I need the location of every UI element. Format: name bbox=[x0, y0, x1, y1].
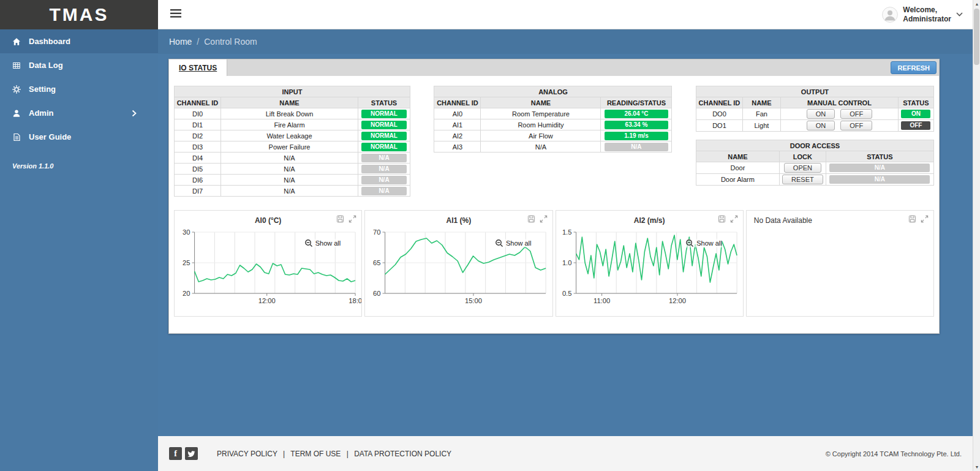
channel-id-cell: AI2 bbox=[434, 130, 481, 141]
sidebar-item-dashboard[interactable]: Dashboard bbox=[0, 29, 158, 53]
name-cell: Lift Break Down bbox=[221, 108, 358, 119]
expand-chart-icon[interactable] bbox=[921, 215, 929, 223]
breadcrumb-current: Control Room bbox=[204, 37, 257, 47]
save-chart-icon[interactable] bbox=[908, 215, 916, 223]
svg-text:1.5: 1.5 bbox=[562, 228, 571, 236]
name-cell: Fan bbox=[742, 108, 780, 120]
name-cell: Water Leakage bbox=[221, 130, 358, 141]
user-menu[interactable]: Welcome, Administrator bbox=[882, 6, 963, 24]
data-protection-policy-link[interactable]: DATA PROTECTION POLICY bbox=[354, 450, 451, 458]
scroll-up-arrow[interactable]: ▲ bbox=[973, 0, 980, 8]
chart-ai1-card: AI1 (%) Show all 70656015:00 bbox=[364, 210, 552, 317]
on-button[interactable]: ON bbox=[807, 109, 835, 119]
user-icon bbox=[12, 109, 22, 118]
sidebar: TMAS Dashboard Data Log Setting bbox=[0, 0, 158, 471]
sidebar-item-admin[interactable]: Admin bbox=[0, 101, 158, 125]
welcome-text: Welcome, Administrator bbox=[903, 6, 951, 24]
term-of-use-link[interactable]: TERM OF USE bbox=[290, 450, 341, 458]
table-row: Door OPEN N/A bbox=[696, 162, 933, 174]
scrollbar-thumb[interactable] bbox=[974, 9, 979, 65]
scroll-down-arrow[interactable]: ▼ bbox=[973, 463, 980, 471]
table-row: DI2Water LeakageNORMAL bbox=[175, 130, 410, 141]
svg-text:70: 70 bbox=[373, 228, 380, 236]
vertical-scrollbar[interactable]: ▲ ▼ bbox=[973, 0, 980, 471]
table-row: DO1 Light ON OFF OFF bbox=[696, 120, 933, 132]
panel-body: INPUT CHANNEL ID NAME STATUS DI0Lift Bre… bbox=[168, 76, 940, 334]
save-chart-icon[interactable] bbox=[718, 215, 726, 223]
reading-badge: 1.19 m/s bbox=[605, 132, 668, 140]
avatar bbox=[882, 7, 898, 23]
chart-ai0-card: AI0 (°C) Show all 30252012:0018:0 bbox=[174, 210, 362, 317]
reading-badge: 63.34 % bbox=[605, 121, 668, 129]
off-button[interactable]: OFF bbox=[840, 109, 872, 119]
reading-badge: 26.04 °C bbox=[605, 110, 668, 118]
status-badge: N/A bbox=[361, 165, 407, 173]
output-table-title: OUTPUT bbox=[696, 86, 933, 97]
status-badge: N/A bbox=[829, 175, 930, 184]
sidebar-item-label: Dashboard bbox=[29, 37, 70, 46]
table-row: DI0Lift Break DownNORMAL bbox=[175, 108, 410, 119]
refresh-button[interactable]: REFRESH bbox=[891, 61, 937, 74]
expand-chart-icon[interactable] bbox=[540, 215, 548, 223]
name-cell: Door Alarm bbox=[696, 174, 779, 186]
sidebar-item-data-log[interactable]: Data Log bbox=[0, 53, 158, 77]
name-cell: Fire Alarm bbox=[221, 119, 358, 130]
expand-chart-icon[interactable] bbox=[349, 215, 356, 223]
breadcrumb: Home / Control Room bbox=[158, 29, 973, 54]
open-door-button[interactable]: OPEN bbox=[784, 163, 821, 173]
chart-title: AI0 (°C) bbox=[175, 211, 361, 225]
name-cell: Room Humidity bbox=[481, 119, 601, 130]
sidebar-nav: Dashboard Data Log Setting Admin bbox=[0, 29, 158, 149]
svg-text:20: 20 bbox=[183, 290, 190, 297]
table-row: AI0Room Temperature26.04 °C bbox=[434, 108, 672, 119]
name-cell: Power Failure bbox=[221, 141, 358, 153]
reset-alarm-button[interactable]: RESET bbox=[782, 175, 823, 184]
facebook-icon[interactable]: f bbox=[169, 447, 182, 460]
copyright-text: © Copyright 2014 TCAM Technology Pte. Lt… bbox=[826, 450, 962, 458]
chevron-down-icon bbox=[956, 12, 963, 17]
channel-id-cell: DI2 bbox=[175, 130, 221, 141]
show-all-button[interactable]: Show all bbox=[495, 239, 532, 247]
channel-id-cell: DI6 bbox=[175, 175, 221, 186]
chart-title: AI2 (m/s) bbox=[556, 211, 743, 225]
on-button[interactable]: ON bbox=[807, 121, 835, 130]
status-badge: NORMAL bbox=[361, 143, 407, 151]
privacy-policy-link[interactable]: PRIVACY POLICY bbox=[217, 450, 277, 458]
column-header: STATUS bbox=[826, 151, 933, 162]
table-row: DI6N/AN/A bbox=[175, 175, 410, 186]
table-row: AI1Room Humidity63.34 % bbox=[434, 119, 672, 130]
footer: f PRIVACY POLICY | TERM OF USE | DATA PR… bbox=[158, 436, 973, 471]
tab-io-status[interactable]: IO STATUS bbox=[169, 59, 227, 76]
door-access-table: DOOR ACCESS NAME LOCK STATUS Door bbox=[696, 140, 934, 186]
analog-table: ANALOG CHANNEL ID NAME READING/STATUS AI… bbox=[434, 86, 672, 153]
door-table-title: DOOR ACCESS bbox=[696, 140, 933, 151]
column-header: MANUAL CONTROL bbox=[780, 97, 898, 108]
sidebar-item-setting[interactable]: Setting bbox=[0, 77, 158, 101]
channel-id-cell: DI4 bbox=[175, 153, 221, 164]
channel-id-cell: DO0 bbox=[696, 108, 742, 120]
breadcrumb-home-link[interactable]: Home bbox=[169, 37, 192, 47]
name-cell: Air Flow bbox=[481, 130, 601, 141]
off-button[interactable]: OFF bbox=[840, 121, 872, 130]
show-all-button[interactable]: Show all bbox=[304, 239, 341, 247]
input-table: INPUT CHANNEL ID NAME STATUS DI0Lift Bre… bbox=[174, 86, 410, 197]
footer-separator: | bbox=[347, 450, 349, 458]
zoom-out-icon bbox=[304, 239, 313, 247]
no-data-label: No Data Available bbox=[747, 211, 933, 225]
app-window: TMAS Dashboard Data Log Setting bbox=[0, 0, 980, 471]
expand-chart-icon[interactable] bbox=[730, 215, 738, 223]
hamburger-menu-button[interactable] bbox=[168, 7, 184, 22]
twitter-icon[interactable] bbox=[185, 447, 198, 460]
zoom-out-icon bbox=[495, 239, 503, 247]
name-cell: Light bbox=[742, 120, 780, 132]
status-badge: NORMAL bbox=[361, 132, 407, 140]
save-chart-icon[interactable] bbox=[527, 215, 535, 223]
sidebar-item-label: User Guide bbox=[29, 132, 71, 141]
chevron-right-icon bbox=[132, 110, 141, 117]
show-all-button[interactable]: Show all bbox=[685, 239, 722, 247]
reading-badge: N/A bbox=[605, 143, 668, 151]
channel-id-cell: DI7 bbox=[175, 186, 221, 197]
column-header: CHANNEL ID bbox=[696, 97, 742, 108]
sidebar-item-user-guide[interactable]: User Guide bbox=[0, 125, 158, 149]
save-chart-icon[interactable] bbox=[336, 215, 344, 223]
